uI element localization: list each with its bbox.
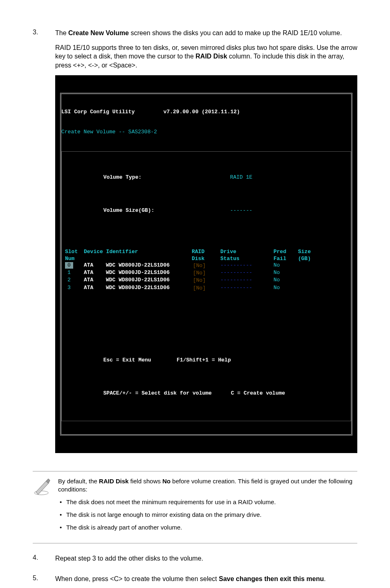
dev-id: WDC WD800JD-22LS1D06 <box>106 285 192 292</box>
drive-status: ---------- <box>220 277 273 284</box>
pred-fail: No <box>273 285 298 292</box>
slot-num: 2 <box>65 277 84 284</box>
hint-create: C = Create volume <box>231 390 285 396</box>
text: field shows <box>129 478 163 485</box>
col-raid: RAID <box>192 249 220 255</box>
dev-type: ATA <box>84 269 106 277</box>
col-size: Size <box>298 249 318 255</box>
ui-name: Create New Volume <box>68 29 129 36</box>
raid-disk: [No] <box>192 262 220 269</box>
col-device: Device Identifier <box>84 249 192 255</box>
col-raid2: Disk <box>192 256 220 262</box>
dev-id: WDC WD800JD-22LS1D06 <box>106 277 192 284</box>
col-pred: Pred <box>273 249 298 255</box>
step3-para1: The Create New Volume screen shows the d… <box>55 29 357 38</box>
raid-disk: [No] <box>192 277 220 284</box>
step-number: 3. <box>33 29 55 462</box>
hint-select: SPACE/+/- = Select disk for volume <box>103 390 212 396</box>
volume-size-label: Volume Size(GB): <box>103 207 230 214</box>
note-bullet: The disk is not large enough to mirror e… <box>58 510 357 519</box>
slot-num: 3 <box>65 285 84 292</box>
volume-type-label: Volume Type: <box>103 174 230 181</box>
create-volume-screenshot: LSI Corp Config Utility v7.29.00.00 (201… <box>55 75 357 453</box>
volume-size-value: ------- <box>230 207 253 213</box>
text: By default, the <box>58 478 99 485</box>
text: screen shows the disks you can add to ma… <box>129 29 342 36</box>
dev-type: ATA <box>84 285 106 292</box>
ui-name: RAID Disk <box>195 53 227 60</box>
text: . <box>324 575 325 582</box>
note-icon <box>33 477 52 496</box>
pred-fail: No <box>273 262 298 269</box>
dev-type: ATA <box>84 277 106 284</box>
util-title: LSI Corp Config Utility <box>61 109 134 115</box>
drive-status: ---------- <box>220 269 273 277</box>
col-slot: Slot <box>65 249 84 255</box>
dev-id: WDC WD800JD-22LS1D06 <box>106 269 192 277</box>
dev-id: WDC WD800JD-22LS1D06 <box>106 262 192 269</box>
hint-help: F1/Shift+1 = Help <box>177 357 231 363</box>
note-block: By default, the RAID Disk field shows No… <box>33 471 357 544</box>
text: The <box>55 29 68 36</box>
step3-para2: RAID 1E/10 supports three to ten disks, … <box>55 43 357 70</box>
dev-type: ATA <box>84 262 106 269</box>
pred-fail: No <box>273 277 298 284</box>
hint-esc: Esc = Exit Menu <box>103 357 151 363</box>
step5-text: When done, press <C> to create the volum… <box>55 575 357 584</box>
col-size2: (GB) <box>298 256 318 262</box>
step-number: 5. <box>33 575 55 588</box>
drive-status: ---------- <box>220 262 273 269</box>
col-pred2: Fail <box>273 256 298 262</box>
note-lead: By default, the RAID Disk field shows No… <box>58 477 357 494</box>
raid-disk: [No] <box>192 269 220 277</box>
col-drive2: Status <box>220 256 273 262</box>
raid-disk: [No] <box>192 285 220 292</box>
slot-num: 0 <box>65 262 73 269</box>
drive-status: ---------- <box>220 285 273 292</box>
step4-text: Repeat step 3 to add the other disks to … <box>55 554 357 563</box>
note-bullet: The disk does not meet the minimum requi… <box>58 498 357 506</box>
value: No <box>162 478 170 485</box>
step-number: 4. <box>33 554 55 569</box>
pred-fail: No <box>273 269 298 277</box>
menu-name: Save changes then exit this menu <box>219 575 324 582</box>
field-name: RAID Disk <box>99 478 129 485</box>
col-drive: Drive <box>220 249 273 255</box>
col-slot2: Num <box>65 256 84 262</box>
slot-num: 1 <box>65 269 84 277</box>
text: When done, press <C> to create the volum… <box>55 575 219 582</box>
util-version: v7.29.00.00 (2012.11.12) <box>164 109 240 115</box>
volume-type-value: RAID 1E <box>230 174 253 180</box>
note-bullet: The disk is already part of another volu… <box>58 523 357 532</box>
util-subtitle: Create New Volume -- SAS2308-2 <box>61 129 351 135</box>
